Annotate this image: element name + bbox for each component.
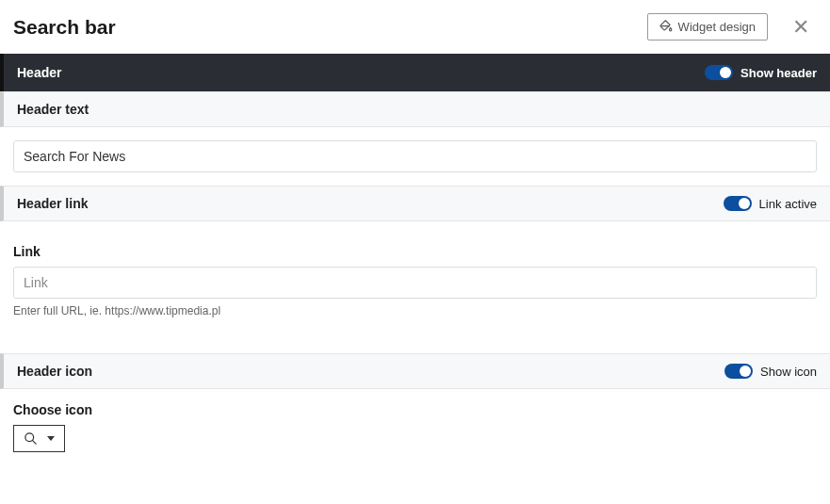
icon-picker-button[interactable] <box>13 425 65 452</box>
header-link-content: Link Enter full URL, ie. https://www.tip… <box>0 221 830 331</box>
paint-bucket-icon <box>659 19 673 35</box>
show-header-toggle[interactable] <box>705 65 733 80</box>
link-helper-text: Enter full URL, ie. https://www.tipmedia… <box>13 304 817 317</box>
search-icon <box>24 431 38 446</box>
link-active-toggle-wrap: Link active <box>724 196 817 211</box>
chevron-down-icon <box>47 436 55 441</box>
show-header-toggle-label: Show header <box>740 66 817 80</box>
header-icon-label: Header icon <box>17 364 724 379</box>
show-icon-toggle-wrap: Show icon <box>724 364 817 379</box>
choose-icon-label: Choose icon <box>13 402 817 417</box>
header-link-section: Header link Link active <box>0 186 830 221</box>
svg-line-1 <box>32 440 36 444</box>
widget-design-button[interactable]: Widget design <box>647 13 768 41</box>
widget-design-label: Widget design <box>678 20 756 34</box>
header-text-label: Header text <box>17 102 817 117</box>
header-text-content <box>0 127 830 186</box>
link-active-toggle-label: Link active <box>759 197 817 211</box>
show-icon-toggle[interactable] <box>724 364 753 379</box>
show-header-toggle-wrap: Show header <box>705 65 817 80</box>
header-text-input[interactable] <box>13 140 817 172</box>
page-title: Search bar <box>13 16 647 39</box>
header-section-row: Header Show header <box>0 54 830 91</box>
link-input[interactable] <box>13 267 817 299</box>
header-section-label: Header <box>17 65 705 80</box>
link-field-label: Link <box>13 244 817 259</box>
link-active-toggle[interactable] <box>724 196 752 211</box>
titlebar: Search bar Widget design ✕ <box>0 0 830 54</box>
show-icon-toggle-label: Show icon <box>760 365 817 379</box>
close-icon[interactable]: ✕ <box>787 15 815 40</box>
header-link-label: Header link <box>17 196 724 211</box>
header-text-section: Header text <box>0 91 830 127</box>
choose-icon-content: Choose icon <box>0 389 830 465</box>
header-icon-section: Header icon Show icon <box>0 353 830 389</box>
